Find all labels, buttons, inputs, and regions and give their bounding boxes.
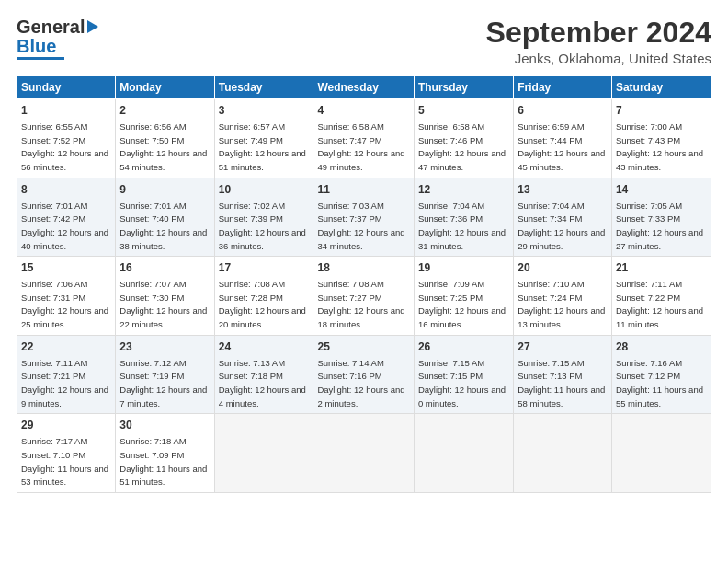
day-info: Sunrise: 7:10 AMSunset: 7:24 PMDaylight:…: [518, 279, 605, 329]
table-row: 16 Sunrise: 7:07 AMSunset: 7:30 PMDaylig…: [116, 257, 214, 336]
day-number: 24: [219, 339, 310, 355]
day-number: 2: [119, 103, 210, 119]
title-area: September 2024 Jenks, Oklahoma, United S…: [486, 17, 711, 66]
day-info: Sunrise: 7:09 AMSunset: 7:25 PMDaylight:…: [418, 279, 506, 329]
col-saturday: Saturday: [611, 76, 711, 99]
day-info: Sunrise: 7:01 AMSunset: 7:42 PMDaylight:…: [21, 201, 108, 251]
calendar-week-row: 8 Sunrise: 7:01 AMSunset: 7:42 PMDayligh…: [17, 178, 711, 257]
day-info: Sunrise: 7:02 AMSunset: 7:39 PMDaylight:…: [219, 201, 306, 251]
table-row: 14 Sunrise: 7:05 AMSunset: 7:33 PMDaylig…: [611, 178, 711, 257]
table-row: 20 Sunrise: 7:10 AMSunset: 7:24 PMDaylig…: [514, 257, 612, 336]
logo-arrow-icon: [87, 20, 98, 33]
table-row: 21 Sunrise: 7:11 AMSunset: 7:22 PMDaylig…: [611, 257, 711, 336]
calendar-header-row: Sunday Monday Tuesday Wednesday Thursday…: [17, 76, 711, 99]
col-friday: Friday: [514, 76, 612, 99]
day-info: Sunrise: 7:14 AMSunset: 7:16 PMDaylight:…: [317, 358, 404, 408]
table-row: 5 Sunrise: 6:58 AMSunset: 7:46 PMDayligh…: [414, 99, 513, 178]
calendar: Sunday Monday Tuesday Wednesday Thursday…: [17, 75, 711, 493]
day-info: Sunrise: 7:08 AMSunset: 7:28 PMDaylight:…: [219, 279, 306, 329]
table-row: 4 Sunrise: 6:58 AMSunset: 7:47 PMDayligh…: [313, 99, 414, 178]
day-info: Sunrise: 7:08 AMSunset: 7:27 PMDaylight:…: [317, 279, 404, 329]
day-number: 20: [518, 260, 608, 276]
table-row: 3 Sunrise: 6:57 AMSunset: 7:49 PMDayligh…: [214, 99, 313, 178]
day-info: Sunrise: 7:16 AMSunset: 7:12 PMDaylight:…: [616, 358, 703, 408]
day-number: 3: [219, 103, 310, 119]
logo: General Blue: [17, 17, 98, 60]
table-row: [214, 414, 313, 493]
col-tuesday: Tuesday: [214, 76, 313, 99]
day-info: Sunrise: 7:04 AMSunset: 7:34 PMDaylight:…: [518, 201, 605, 251]
table-row: 25 Sunrise: 7:14 AMSunset: 7:16 PMDaylig…: [313, 335, 414, 414]
header: General Blue September 2024 Jenks, Oklah…: [17, 17, 711, 66]
table-row: 28 Sunrise: 7:16 AMSunset: 7:12 PMDaylig…: [611, 335, 711, 414]
table-row: 29 Sunrise: 7:17 AMSunset: 7:10 PMDaylig…: [17, 414, 116, 493]
day-info: Sunrise: 7:04 AMSunset: 7:36 PMDaylight:…: [418, 201, 506, 251]
day-info: Sunrise: 7:18 AMSunset: 7:09 PMDaylight:…: [119, 436, 207, 487]
table-row: [611, 414, 711, 493]
table-row: 15 Sunrise: 7:06 AMSunset: 7:31 PMDaylig…: [17, 257, 116, 336]
day-number: 26: [418, 339, 509, 355]
day-number: 25: [317, 339, 409, 355]
table-row: 6 Sunrise: 6:59 AMSunset: 7:44 PMDayligh…: [514, 99, 612, 178]
logo-underline: [17, 57, 64, 60]
day-info: Sunrise: 6:58 AMSunset: 7:47 PMDaylight:…: [317, 121, 404, 172]
day-number: 21: [616, 260, 707, 276]
day-info: Sunrise: 7:01 AMSunset: 7:40 PMDaylight:…: [119, 201, 207, 251]
table-row: 26 Sunrise: 7:15 AMSunset: 7:15 PMDaylig…: [414, 335, 513, 414]
day-number: 11: [317, 182, 409, 198]
day-info: Sunrise: 7:11 AMSunset: 7:22 PMDaylight:…: [616, 279, 703, 329]
calendar-week-row: 29 Sunrise: 7:17 AMSunset: 7:10 PMDaylig…: [17, 414, 711, 493]
day-number: 6: [518, 103, 608, 119]
day-number: 22: [21, 339, 111, 355]
day-info: Sunrise: 7:07 AMSunset: 7:30 PMDaylight:…: [119, 279, 207, 329]
day-number: 5: [418, 103, 509, 119]
day-number: 30: [119, 418, 210, 433]
day-info: Sunrise: 7:00 AMSunset: 7:43 PMDaylight:…: [616, 121, 703, 172]
day-number: 16: [119, 260, 210, 276]
table-row: 8 Sunrise: 7:01 AMSunset: 7:42 PMDayligh…: [17, 178, 116, 257]
day-number: 1: [21, 103, 111, 119]
table-row: [313, 414, 414, 493]
table-row: 27 Sunrise: 7:15 AMSunset: 7:13 PMDaylig…: [514, 335, 612, 414]
day-number: 7: [616, 103, 707, 119]
day-info: Sunrise: 6:59 AMSunset: 7:44 PMDaylight:…: [518, 121, 605, 172]
day-info: Sunrise: 7:06 AMSunset: 7:31 PMDaylight:…: [21, 279, 108, 329]
table-row: 23 Sunrise: 7:12 AMSunset: 7:19 PMDaylig…: [116, 335, 214, 414]
table-row: 10 Sunrise: 7:02 AMSunset: 7:39 PMDaylig…: [214, 178, 313, 257]
day-info: Sunrise: 7:03 AMSunset: 7:37 PMDaylight:…: [317, 201, 404, 251]
table-row: [414, 414, 513, 493]
day-number: 28: [616, 339, 707, 355]
day-info: Sunrise: 6:58 AMSunset: 7:46 PMDaylight:…: [418, 121, 506, 172]
table-row: 11 Sunrise: 7:03 AMSunset: 7:37 PMDaylig…: [313, 178, 414, 257]
day-number: 29: [21, 418, 111, 433]
table-row: 30 Sunrise: 7:18 AMSunset: 7:09 PMDaylig…: [116, 414, 214, 493]
day-number: 19: [418, 260, 509, 276]
table-row: 19 Sunrise: 7:09 AMSunset: 7:25 PMDaylig…: [414, 257, 513, 336]
day-number: 15: [21, 260, 111, 276]
table-row: 1 Sunrise: 6:55 AMSunset: 7:52 PMDayligh…: [17, 99, 116, 178]
calendar-week-row: 15 Sunrise: 7:06 AMSunset: 7:31 PMDaylig…: [17, 257, 711, 336]
day-info: Sunrise: 7:12 AMSunset: 7:19 PMDaylight:…: [119, 358, 207, 408]
col-monday: Monday: [116, 76, 214, 99]
day-info: Sunrise: 7:17 AMSunset: 7:10 PMDaylight:…: [21, 436, 108, 487]
table-row: 9 Sunrise: 7:01 AMSunset: 7:40 PMDayligh…: [116, 178, 214, 257]
day-info: Sunrise: 7:15 AMSunset: 7:15 PMDaylight:…: [418, 358, 506, 408]
table-row: 13 Sunrise: 7:04 AMSunset: 7:34 PMDaylig…: [514, 178, 612, 257]
col-wednesday: Wednesday: [313, 76, 414, 99]
day-number: 17: [219, 260, 310, 276]
day-number: 13: [518, 182, 608, 198]
table-row: 2 Sunrise: 6:56 AMSunset: 7:50 PMDayligh…: [116, 99, 214, 178]
day-info: Sunrise: 7:11 AMSunset: 7:21 PMDaylight:…: [21, 358, 108, 408]
day-number: 18: [317, 260, 409, 276]
day-info: Sunrise: 6:55 AMSunset: 7:52 PMDaylight:…: [21, 121, 108, 172]
day-number: 27: [518, 339, 608, 355]
day-number: 14: [616, 182, 707, 198]
table-row: 18 Sunrise: 7:08 AMSunset: 7:27 PMDaylig…: [313, 257, 414, 336]
col-sunday: Sunday: [17, 76, 116, 99]
day-number: 23: [119, 339, 210, 355]
day-info: Sunrise: 7:15 AMSunset: 7:13 PMDaylight:…: [518, 358, 605, 408]
day-number: 12: [418, 182, 509, 198]
table-row: 7 Sunrise: 7:00 AMSunset: 7:43 PMDayligh…: [611, 99, 711, 178]
logo-general: General: [17, 17, 85, 38]
day-number: 4: [317, 103, 409, 119]
